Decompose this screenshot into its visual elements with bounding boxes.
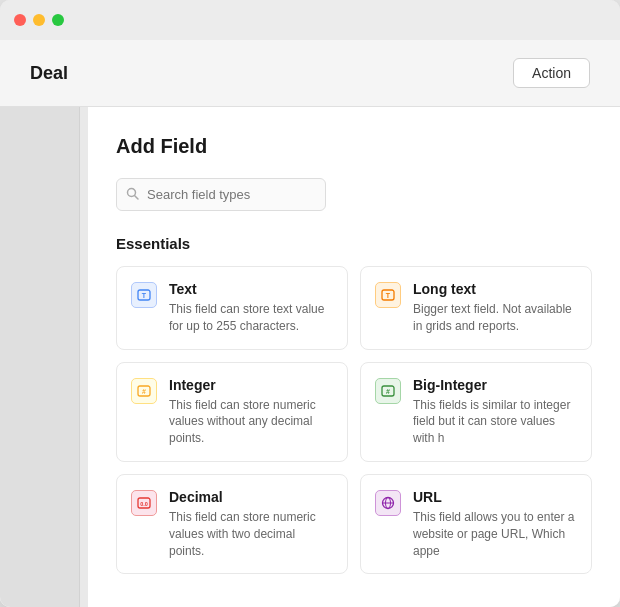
long-text-field-icon: T xyxy=(375,282,401,308)
decimal-field-icon: 0.0 xyxy=(131,490,157,516)
decimal-field-desc: This field can store numeric values with… xyxy=(169,509,333,559)
big-integer-field-icon: # xyxy=(375,378,401,404)
maximize-button[interactable] xyxy=(52,14,64,26)
search-icon xyxy=(126,187,139,203)
app-window: Deal Action Add Field xyxy=(0,0,620,607)
url-field-desc: This field allows you to enter a website… xyxy=(413,509,577,559)
svg-text:0.0: 0.0 xyxy=(140,501,148,507)
long-text-field-name: Long text xyxy=(413,281,577,297)
svg-text:T: T xyxy=(386,292,391,299)
svg-line-1 xyxy=(135,195,139,199)
long-text-field-desc: Bigger text field. Not available in grid… xyxy=(413,301,577,335)
field-card-long-text[interactable]: T Long text Bigger text field. Not avail… xyxy=(360,266,592,350)
integer-field-name: Integer xyxy=(169,377,333,393)
page-content: Add Field Essentials xyxy=(0,107,620,607)
action-button[interactable]: Action xyxy=(513,58,590,88)
header: Deal Action xyxy=(0,40,620,107)
page-title: Deal xyxy=(30,63,68,84)
add-field-modal: Add Field Essentials xyxy=(88,107,620,607)
field-card-decimal[interactable]: 0.0 Decimal This field can store numeric… xyxy=(116,474,348,574)
decimal-field-info: Decimal This field can store numeric val… xyxy=(169,489,333,559)
svg-text:#: # xyxy=(386,388,390,395)
text-field-icon: T xyxy=(131,282,157,308)
long-text-field-info: Long text Bigger text field. Not availab… xyxy=(413,281,577,335)
search-container xyxy=(116,178,592,211)
title-bar xyxy=(0,0,620,40)
url-field-icon xyxy=(375,490,401,516)
minimize-button[interactable] xyxy=(33,14,45,26)
integer-field-icon: # xyxy=(131,378,157,404)
big-integer-field-desc: This fields is similar to integer field … xyxy=(413,397,577,447)
search-input[interactable] xyxy=(116,178,326,211)
svg-text:#: # xyxy=(142,388,146,395)
big-integer-field-name: Big-Integer xyxy=(413,377,577,393)
url-field-name: URL xyxy=(413,489,577,505)
modal-title: Add Field xyxy=(116,135,592,158)
big-integer-field-info: Big-Integer This fields is similar to in… xyxy=(413,377,577,447)
svg-text:T: T xyxy=(142,292,147,299)
section-title-essentials: Essentials xyxy=(116,235,592,252)
field-card-integer[interactable]: # Integer This field can store numeric v… xyxy=(116,362,348,462)
text-field-desc: This field can store text value for up t… xyxy=(169,301,333,335)
integer-field-info: Integer This field can store numeric val… xyxy=(169,377,333,447)
text-field-name: Text xyxy=(169,281,333,297)
decimal-field-name: Decimal xyxy=(169,489,333,505)
field-card-big-integer[interactable]: # Big-Integer This fields is similar to … xyxy=(360,362,592,462)
field-grid: T Text This field can store text value f… xyxy=(116,266,592,574)
close-button[interactable] xyxy=(14,14,26,26)
field-card-text[interactable]: T Text This field can store text value f… xyxy=(116,266,348,350)
main-area: Deal Action Add Field xyxy=(0,40,620,607)
url-field-info: URL This field allows you to enter a web… xyxy=(413,489,577,559)
field-card-url[interactable]: URL This field allows you to enter a web… xyxy=(360,474,592,574)
text-field-info: Text This field can store text value for… xyxy=(169,281,333,335)
integer-field-desc: This field can store numeric values with… xyxy=(169,397,333,447)
